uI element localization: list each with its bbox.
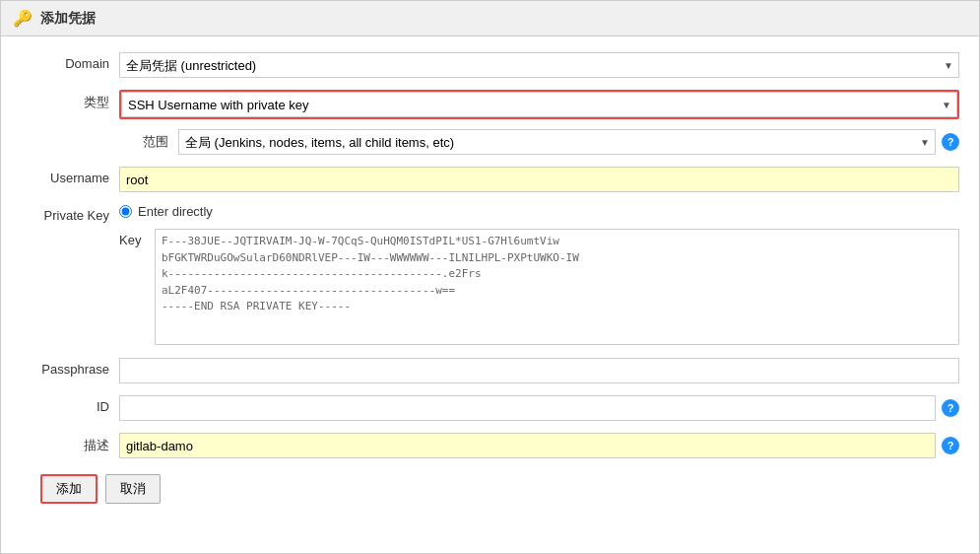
domain-label: Domain <box>21 52 119 71</box>
domain-select[interactable]: 全局凭据 (unrestricted) <box>119 52 959 78</box>
dialog-body: Domain 全局凭据 (unrestricted) 类型 SSH Userna… <box>1 36 979 519</box>
key-label: Key <box>119 229 151 247</box>
domain-control: 全局凭据 (unrestricted) <box>119 52 959 78</box>
domain-select-wrapper: 全局凭据 (unrestricted) <box>119 52 959 78</box>
add-credentials-dialog: 🔑 添加凭据 Domain 全局凭据 (unrestricted) 类型 SSH… <box>0 0 980 554</box>
key-icon: 🔑 <box>13 9 33 28</box>
key-content-row: Key <box>119 229 959 348</box>
username-row: Username <box>21 167 959 194</box>
scope-select-wrapper: 全局 (Jenkins, nodes, items, all child ite… <box>178 129 936 155</box>
enter-directly-label: Enter directly <box>138 204 213 219</box>
cancel-button[interactable]: 取消 <box>105 474 161 504</box>
username-control <box>119 167 959 192</box>
desc-input[interactable] <box>119 433 936 458</box>
domain-row: Domain 全局凭据 (unrestricted) <box>21 52 959 80</box>
username-label: Username <box>21 167 119 185</box>
id-input[interactable] <box>119 395 936 421</box>
desc-label: 描述 <box>21 433 119 454</box>
passphrase-label: Passphrase <box>21 358 119 377</box>
scope-label: 范围 <box>80 129 178 151</box>
dialog-title: 添加凭据 <box>40 10 96 28</box>
private-key-control: Enter directly Key <box>119 204 959 348</box>
key-textarea[interactable] <box>155 229 959 345</box>
type-select[interactable]: SSH Username with private key <box>121 92 957 117</box>
add-button[interactable]: 添加 <box>40 474 98 504</box>
desc-control: ? <box>119 433 959 458</box>
id-help-icon[interactable]: ? <box>942 399 959 417</box>
dialog-header: 🔑 添加凭据 <box>1 1 979 36</box>
scope-control: 全局 (Jenkins, nodes, items, all child ite… <box>178 129 959 155</box>
type-label: 类型 <box>21 90 119 111</box>
passphrase-row: Passphrase <box>21 358 959 385</box>
scope-row: 范围 全局 (Jenkins, nodes, items, all child … <box>21 129 959 157</box>
type-control: SSH Username with private key <box>119 90 959 119</box>
id-control: ? <box>119 395 959 421</box>
enter-directly-row: Enter directly <box>119 204 213 219</box>
private-key-label: Private Key <box>21 204 119 223</box>
enter-directly-radio[interactable] <box>119 205 132 218</box>
passphrase-control <box>119 358 959 383</box>
private-key-row: Private Key Enter directly Key <box>21 204 959 348</box>
type-select-wrapper: SSH Username with private key <box>119 90 959 119</box>
username-input[interactable] <box>119 167 959 192</box>
button-row: 添加 取消 <box>21 474 959 504</box>
scope-select[interactable]: 全局 (Jenkins, nodes, items, all child ite… <box>178 129 936 155</box>
key-textarea-container <box>155 229 959 348</box>
scope-help-icon[interactable]: ? <box>942 133 959 151</box>
passphrase-input[interactable] <box>119 358 959 383</box>
id-label: ID <box>21 395 119 414</box>
id-row: ID ? <box>21 395 959 423</box>
type-row: 类型 SSH Username with private key <box>21 90 959 119</box>
desc-help-icon[interactable]: ? <box>942 437 959 454</box>
desc-row: 描述 ? <box>21 433 959 460</box>
